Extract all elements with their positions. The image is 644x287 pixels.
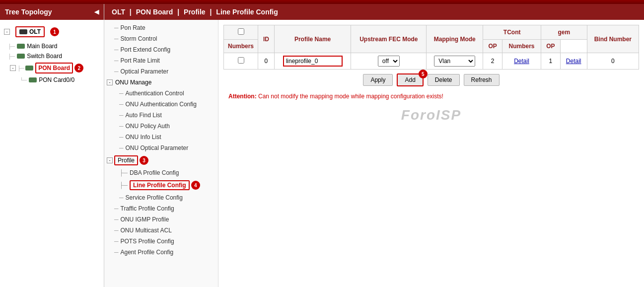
onu-manage-label: ONU Manage bbox=[115, 79, 151, 86]
pon-board-badge: 2 bbox=[74, 64, 83, 72]
sep1: | bbox=[130, 8, 132, 16]
nav-storm-control[interactable]: ─ Storm Control bbox=[104, 33, 218, 44]
gem-detail-link[interactable]: Detail bbox=[566, 58, 581, 65]
row-gem-op: Detail bbox=[560, 53, 587, 70]
nav-port-rate-limit[interactable]: ─ Port Rate Limit bbox=[104, 55, 218, 66]
nav-agent-profile[interactable]: ─ Agent Profile Config bbox=[104, 247, 218, 258]
row-tcont-op: Detail bbox=[502, 53, 541, 70]
nav-pon-rate[interactable]: ─ Pon Rate bbox=[104, 22, 218, 33]
sep2: | bbox=[177, 8, 179, 16]
onu-manage-expand[interactable]: - bbox=[107, 79, 113, 85]
sep3: | bbox=[210, 8, 212, 16]
breadcrumb-profile[interactable]: Profile bbox=[184, 8, 206, 16]
pon-board-row: - ├─ PON Board 2 bbox=[0, 61, 104, 75]
th-gem: gem bbox=[541, 25, 587, 40]
nav-auto-find-list[interactable]: ─ Auto Find List bbox=[104, 110, 218, 121]
pon-card-label: PON Card0/0 bbox=[39, 76, 74, 83]
main-board-icon bbox=[17, 44, 25, 49]
olt-badge: 1 bbox=[50, 27, 59, 36]
row-gem-numbers: 1 bbox=[541, 53, 561, 70]
add-badge: 5 bbox=[419, 70, 428, 78]
main-content: OLT | PON Board | Profile | Line Profile… bbox=[104, 4, 644, 287]
row-upstream-fec: off on bbox=[351, 53, 427, 70]
breadcrumb-line-profile-config[interactable]: Line Profile Config bbox=[216, 8, 278, 16]
pon-board-item[interactable]: PON Board bbox=[35, 63, 73, 73]
attention-text: Can not modify the mapping mode while ma… bbox=[258, 93, 443, 100]
nav-onu-multicast[interactable]: ─ ONU Multicast ACL bbox=[104, 225, 218, 236]
olt-item[interactable]: OLT bbox=[15, 26, 45, 37]
main-board-item[interactable]: ├─ Main Board bbox=[0, 41, 104, 51]
top-bar bbox=[0, 0, 644, 4]
row-id: 0 bbox=[258, 53, 275, 70]
attention-message: Attention: Can not modify the mapping mo… bbox=[223, 90, 639, 102]
refresh-button[interactable]: Refresh bbox=[464, 74, 500, 86]
profile-section-label: Profile bbox=[118, 157, 135, 164]
pon-board-expand[interactable]: - bbox=[10, 65, 16, 71]
olt-expand[interactable]: - bbox=[4, 29, 10, 35]
add-button-container: Add 5 bbox=[397, 73, 423, 86]
breadcrumb-bar: OLT | PON Board | Profile | Line Profile… bbox=[104, 4, 644, 20]
delete-button[interactable]: Delete bbox=[428, 74, 460, 86]
switch-board-label: Switch Board bbox=[27, 53, 62, 60]
nav-onu-manage-section[interactable]: - ONU Manage bbox=[104, 77, 218, 88]
breadcrumb-olt[interactable]: OLT bbox=[112, 8, 125, 16]
attention-label: Attention: bbox=[228, 93, 257, 100]
line-profile-box[interactable]: Line Profile Config bbox=[130, 180, 190, 190]
pon-board-label: PON Board bbox=[38, 65, 70, 72]
mapping-mode-select[interactable]: Vlan GEM Port bbox=[434, 56, 475, 67]
table-row: 0 off on bbox=[224, 53, 639, 70]
pon-card-icon bbox=[29, 77, 37, 82]
watermark-text: ForoISP bbox=[401, 107, 461, 123]
th-gem-op: OP bbox=[541, 40, 561, 53]
th-profile-name: Profile Name bbox=[274, 25, 351, 53]
nav-onu-optical-param[interactable]: ─ ONU Optical Parameter bbox=[104, 143, 218, 153]
nav-onu-igmp[interactable]: ─ ONU IGMP Profile bbox=[104, 214, 218, 225]
nav-onu-policy-auth[interactable]: ─ ONU Policy Auth bbox=[104, 121, 218, 132]
breadcrumb-pon-board[interactable]: PON Board bbox=[136, 8, 173, 16]
connector3: ├─ bbox=[17, 66, 24, 71]
nav-line-profile[interactable]: ├─ Line Profile Config 4 bbox=[104, 178, 218, 192]
pon-card-item[interactable]: └─ PON Card0/0 bbox=[0, 75, 104, 85]
upstream-fec-select[interactable]: off on bbox=[378, 56, 400, 67]
nav-profile-section[interactable]: - Profile 3 bbox=[104, 153, 218, 167]
row-profile-name bbox=[274, 53, 351, 70]
th-select-all bbox=[224, 25, 258, 40]
profile-badge: 3 bbox=[140, 156, 148, 165]
th-tcont: TCont bbox=[483, 25, 541, 40]
olt-label: OLT bbox=[29, 28, 41, 35]
line-profile-badge: 4 bbox=[191, 181, 200, 190]
nav-traffic-profile[interactable]: ─ Traffic Profile Config bbox=[104, 203, 218, 214]
pon-board-icon bbox=[25, 66, 33, 71]
profile-name-input[interactable] bbox=[283, 56, 343, 67]
nav-auth-control[interactable]: ─ Authentication Control bbox=[104, 88, 218, 99]
nav-dba-profile[interactable]: ├─ DBA Profile Config bbox=[104, 167, 218, 178]
nav-pots-profile[interactable]: ─ POTS Profile Config bbox=[104, 236, 218, 247]
nav-onu-info-list[interactable]: ─ ONU Info List bbox=[104, 132, 218, 143]
th-gem-numbers: Numbers bbox=[502, 40, 541, 53]
data-table: ID Profile Name Upstream FEC Mode Mappin… bbox=[223, 25, 639, 70]
select-all-checkbox[interactable] bbox=[238, 28, 244, 35]
nav-onu-auth-config[interactable]: ─ ONU Authentication Config bbox=[104, 99, 218, 110]
profile-section-box[interactable]: Profile bbox=[114, 155, 138, 165]
nav-service-profile[interactable]: ─ Service Profile Config bbox=[104, 192, 218, 203]
th-tcont-numbers: Numbers bbox=[224, 40, 258, 53]
nav-port-extend[interactable]: ─ Port Extend Config bbox=[104, 44, 218, 55]
switch-board-item[interactable]: ├─ Switch Board bbox=[0, 51, 104, 61]
nav-optical-parameter[interactable]: ─ Optical Parameter bbox=[104, 66, 218, 77]
row-bind-number: 0 bbox=[587, 53, 639, 70]
connector: ├─ bbox=[8, 44, 15, 49]
profile-expand[interactable]: - bbox=[107, 157, 113, 163]
watermark: ForoISP bbox=[223, 102, 639, 128]
tcont-detail-link[interactable]: Detail bbox=[514, 58, 529, 65]
th-bind-number: Bind Number bbox=[587, 25, 639, 53]
th-tcont-op: OP bbox=[483, 40, 502, 53]
sidebar-title: Tree Topology ◀ bbox=[0, 4, 104, 20]
main-layout: Tree Topology ◀ - OLT 1 ├─ Main Board bbox=[0, 4, 644, 287]
row-tcont-numbers: 2 bbox=[483, 53, 502, 70]
apply-button[interactable]: Apply bbox=[363, 74, 393, 86]
sidebar-collapse-arrow[interactable]: ◀ bbox=[94, 8, 99, 15]
table-area: ID Profile Name Upstream FEC Mode Mappin… bbox=[218, 20, 644, 287]
connector4: └─ bbox=[20, 77, 27, 83]
row-checkbox[interactable] bbox=[238, 57, 244, 64]
row-checkbox-cell bbox=[224, 53, 258, 70]
